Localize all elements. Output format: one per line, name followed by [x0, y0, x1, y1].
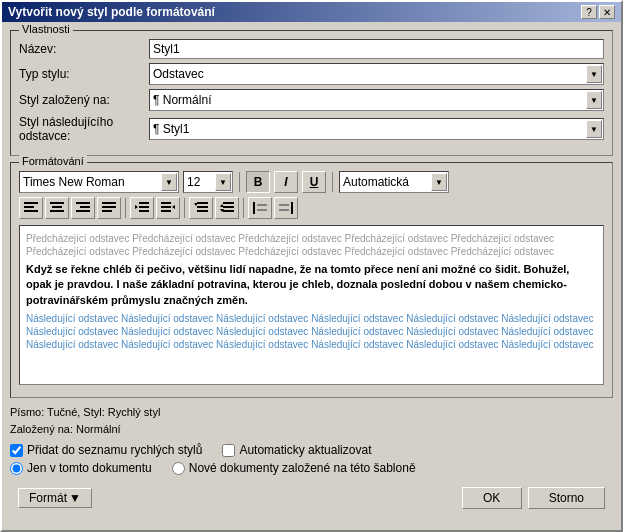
- align-controls-row: [19, 197, 604, 219]
- title-bar: Vytvořit nový styl podle formátování ? ✕: [2, 2, 621, 22]
- svg-rect-5: [50, 210, 64, 212]
- indent-increase-button[interactable]: [156, 197, 180, 219]
- color-select-wrapper: Automatická Černá ▼: [339, 171, 449, 193]
- options-row1: Přidat do seznamu rychlých stylů Automat…: [10, 443, 613, 457]
- format-button-arrow: ▼: [69, 491, 81, 505]
- properties-label: Vlastnosti: [19, 23, 73, 35]
- svg-rect-4: [52, 206, 62, 208]
- separator-3: [125, 198, 126, 218]
- options-row2: Jen v tomto dokumentu Nové dokumenty zal…: [10, 461, 613, 475]
- align-justify-button[interactable]: [97, 197, 121, 219]
- line-spacing2-button[interactable]: [215, 197, 239, 219]
- svg-rect-6: [76, 202, 90, 204]
- svg-rect-2: [24, 210, 38, 212]
- name-input[interactable]: [149, 39, 604, 59]
- auto-update-checkbox-label[interactable]: Automaticky aktualizovat: [222, 443, 371, 457]
- indent-decrease-button[interactable]: [130, 197, 154, 219]
- svg-rect-30: [257, 204, 267, 206]
- svg-rect-25: [223, 206, 234, 208]
- size-select-wrapper: 12 8101416 ▼: [183, 171, 233, 193]
- svg-rect-29: [253, 202, 255, 214]
- svg-rect-21: [197, 206, 208, 208]
- svg-rect-12: [139, 202, 149, 204]
- svg-marker-27: [220, 204, 224, 207]
- format-button[interactable]: Formát ▼: [18, 488, 92, 508]
- dialog-title: Vytvořit nový styl podle formátování: [8, 5, 215, 19]
- type-label: Typ stylu:: [19, 67, 149, 81]
- italic-button[interactable]: I: [274, 171, 298, 193]
- preview-following-text: Následující odstavec Následující odstave…: [26, 312, 597, 351]
- separator-5: [243, 198, 244, 218]
- svg-marker-15: [135, 205, 138, 209]
- svg-rect-10: [102, 206, 116, 208]
- svg-marker-19: [172, 205, 175, 209]
- only-doc-radio[interactable]: [10, 462, 23, 475]
- border-right-button[interactable]: [274, 197, 298, 219]
- font-controls-row: Times New Roman Arial ▼ 12 8101416 ▼ B I…: [19, 171, 604, 193]
- size-select[interactable]: 12 8101416: [183, 171, 233, 193]
- svg-rect-9: [102, 202, 116, 204]
- name-label: Název:: [19, 42, 149, 56]
- bold-button[interactable]: B: [246, 171, 270, 193]
- svg-rect-18: [161, 210, 171, 212]
- align-right-button[interactable]: [71, 197, 95, 219]
- formatting-section: Formátování Times New Roman Arial ▼ 12 8…: [10, 162, 613, 398]
- based-select[interactable]: ¶ Normální: [149, 89, 604, 111]
- font-select[interactable]: Times New Roman Arial: [19, 171, 179, 193]
- help-button[interactable]: ?: [581, 5, 597, 19]
- new-docs-radio-label[interactable]: Nové dokumenty založené na této šabloně: [172, 461, 416, 475]
- only-doc-label: Jen v tomto dokumentu: [27, 461, 152, 475]
- title-bar-buttons: ? ✕: [581, 5, 615, 19]
- svg-rect-34: [279, 209, 289, 211]
- underline-button[interactable]: U: [302, 171, 326, 193]
- preview-area: Předcházející odstavec Předcházející ods…: [19, 225, 604, 385]
- ok-cancel-group: OK Storno: [462, 487, 605, 509]
- line-spacing1-button[interactable]: [189, 197, 213, 219]
- info-line1: Písmo: Tučné, Styl: Rychlý styl: [10, 404, 613, 421]
- ok-button[interactable]: OK: [462, 487, 522, 509]
- svg-rect-14: [139, 210, 149, 212]
- add-quick-checkbox-label[interactable]: Přidat do seznamu rychlých stylů: [10, 443, 202, 457]
- svg-rect-11: [102, 210, 112, 212]
- svg-rect-13: [139, 206, 149, 208]
- type-row: Typ stylu: Odstavec Znak ▼: [19, 63, 604, 85]
- preview-preceding-text: Předcházející odstavec Předcházející ods…: [26, 232, 597, 258]
- align-center-button[interactable]: [45, 197, 69, 219]
- next-select[interactable]: ¶ Styl1: [149, 118, 604, 140]
- svg-rect-20: [197, 202, 208, 204]
- preview-main-text: Když se řekne chléb či pečivo, většinu l…: [26, 262, 597, 308]
- properties-section: Vlastnosti Název: Typ stylu: Odstavec Zn…: [10, 30, 613, 156]
- type-select[interactable]: Odstavec Znak: [149, 63, 604, 85]
- svg-rect-24: [223, 202, 234, 204]
- align-left-button[interactable]: [19, 197, 43, 219]
- dialog-create-style: Vytvořit nový styl podle formátování ? ✕…: [0, 0, 623, 532]
- separator-4: [184, 198, 185, 218]
- next-label: Styl následujícího odstavce:: [19, 115, 149, 143]
- svg-rect-32: [291, 202, 293, 214]
- auto-update-label: Automaticky aktualizovat: [239, 443, 371, 457]
- close-button[interactable]: ✕: [599, 5, 615, 19]
- svg-rect-8: [76, 210, 90, 212]
- based-select-wrapper: ¶ Normální ▼: [149, 89, 604, 111]
- color-select[interactable]: Automatická Černá: [339, 171, 449, 193]
- info-text: Písmo: Tučné, Styl: Rychlý styl Založený…: [10, 404, 613, 437]
- format-button-label: Formát: [29, 491, 67, 505]
- only-doc-radio-label[interactable]: Jen v tomto dokumentu: [10, 461, 152, 475]
- type-select-wrapper: Odstavec Znak ▼: [149, 63, 604, 85]
- based-row: Styl založený na: ¶ Normální ▼: [19, 89, 604, 111]
- cancel-button[interactable]: Storno: [528, 487, 605, 509]
- separator-1: [239, 172, 240, 192]
- svg-marker-23: [194, 203, 198, 206]
- font-select-wrapper: Times New Roman Arial ▼: [19, 171, 179, 193]
- svg-rect-26: [223, 210, 234, 212]
- border-left-button[interactable]: [248, 197, 272, 219]
- bottom-bar: Formát ▼ OK Storno: [10, 483, 613, 513]
- svg-rect-17: [161, 206, 171, 208]
- svg-rect-7: [80, 206, 90, 208]
- next-select-wrapper: ¶ Styl1 ▼: [149, 118, 604, 140]
- add-quick-checkbox[interactable]: [10, 444, 23, 457]
- svg-rect-16: [161, 202, 171, 204]
- new-docs-radio[interactable]: [172, 462, 185, 475]
- svg-rect-0: [24, 202, 38, 204]
- auto-update-checkbox[interactable]: [222, 444, 235, 457]
